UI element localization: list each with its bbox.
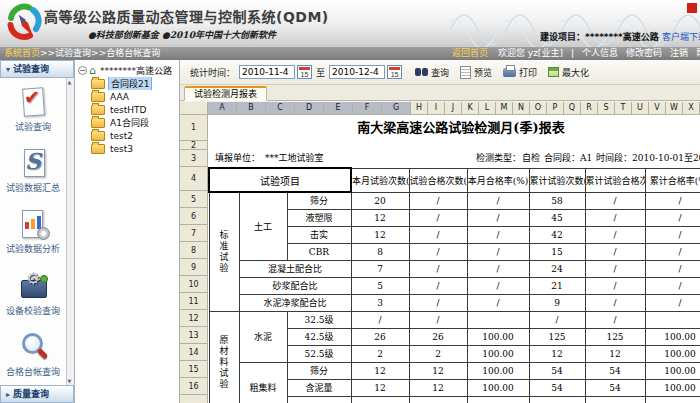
tab-monthly-report[interactable]: 试验检测月报表 (184, 86, 267, 101)
value-cell[interactable]: / (467, 243, 529, 260)
row-header[interactable]: 11 (180, 293, 208, 310)
value-cell[interactable]: 2 (409, 345, 467, 362)
column-header-P[interactable]: P (547, 102, 564, 115)
column-header-Q[interactable]: Q (564, 102, 581, 115)
stat-date-to-input[interactable] (329, 65, 385, 79)
accordion-quality-query[interactable]: ▸质量查询 (0, 385, 74, 403)
test-item-cell[interactable]: 筛分 (287, 362, 351, 379)
value-cell[interactable]: 5 (351, 277, 409, 294)
report-header-cell[interactable]: 本月试验次数(次) (351, 168, 409, 192)
value-cell[interactable]: 15 (529, 243, 585, 260)
value-cell[interactable]: 8 (351, 243, 409, 260)
user-menu-link[interactable]: 帮助 (696, 48, 700, 58)
value-cell[interactable]: / (645, 243, 700, 260)
column-header-T[interactable]: T (615, 102, 632, 115)
value-cell[interactable]: / (409, 243, 467, 260)
value-cell[interactable]: 9 (529, 294, 585, 311)
value-cell[interactable]: / (467, 226, 529, 243)
test-item-cell[interactable]: 筛分 (287, 192, 351, 209)
sidebar-item-2[interactable]: 试验数据汇总 (6, 146, 60, 194)
row-header[interactable]: 15 (180, 361, 208, 378)
value-cell[interactable]: 100.00 (467, 362, 529, 379)
column-header-D[interactable]: D (295, 102, 324, 115)
value-cell[interactable]: / (645, 277, 700, 294)
value-cell[interactable]: 12 (585, 345, 645, 362)
value-cell[interactable]: 12 (351, 226, 409, 243)
value-cell[interactable]: 20 (351, 192, 409, 209)
value-cell[interactable]: 21 (529, 277, 585, 294)
value-cell[interactable]: / (467, 192, 529, 209)
column-header-M[interactable]: M (496, 102, 513, 115)
value-cell[interactable]: / (409, 294, 467, 311)
column-header-L[interactable]: L (479, 102, 496, 115)
value-cell[interactable]: / (645, 226, 700, 243)
value-cell[interactable]: 100.00 (467, 345, 529, 362)
print-button[interactable]: 打印 (503, 66, 537, 79)
value-cell[interactable]: / (467, 294, 529, 311)
tree-node[interactable]: 合同段21 (75, 77, 179, 90)
tree-root-node[interactable]: − ⌂ ********高速公路 (75, 64, 179, 77)
value-cell[interactable]: / (409, 260, 467, 277)
value-cell[interactable]: 45 (529, 209, 585, 226)
value-cell[interactable]: 100.00 (467, 328, 529, 345)
column-header-X[interactable]: X (683, 102, 700, 115)
column-header-V[interactable]: V (649, 102, 666, 115)
value-cell[interactable]: 100.00 (645, 328, 700, 345)
column-header-B[interactable]: B (237, 102, 266, 115)
value-cell[interactable]: 12 (351, 209, 409, 226)
value-cell[interactable]: / (467, 277, 529, 294)
row-header[interactable]: 6 (180, 208, 208, 225)
value-cell[interactable]: 100.00 (645, 345, 700, 362)
value-cell[interactable] (351, 396, 409, 403)
value-cell[interactable]: 54 (585, 379, 645, 396)
value-cell[interactable]: 42 (529, 226, 585, 243)
sidebar-item-4[interactable]: 设备校验查询 (6, 269, 60, 317)
tree-node[interactable]: AAA (75, 90, 179, 103)
column-header-C[interactable]: C (266, 102, 295, 115)
value-cell[interactable] (645, 311, 700, 328)
value-cell[interactable]: / (585, 192, 645, 209)
value-cell[interactable]: / (585, 209, 645, 226)
calendar-icon[interactable]: 15 (387, 65, 402, 79)
value-cell[interactable]: / (409, 226, 467, 243)
breadcrumb-home-link[interactable]: 系统首页 (4, 48, 40, 58)
value-cell[interactable] (645, 396, 700, 403)
value-cell[interactable] (467, 311, 529, 328)
sidebar-item-5[interactable]: 合格台帐查询 (6, 330, 60, 378)
maximize-button[interactable]: 最大化 (548, 66, 589, 79)
value-cell[interactable]: / (585, 311, 645, 328)
test-item-cell[interactable]: 52.5级 (287, 345, 351, 362)
column-header-N[interactable]: N (513, 102, 530, 115)
column-header-F[interactable]: F (353, 102, 382, 115)
value-cell[interactable]: / (409, 209, 467, 226)
report-header-cell[interactable]: 累计合格率(%) (645, 168, 700, 192)
value-cell[interactable]: 12 (529, 345, 585, 362)
row-header[interactable]: 13 (180, 327, 208, 344)
value-cell[interactable]: 125 (529, 328, 585, 345)
value-cell[interactable]: / (585, 277, 645, 294)
tree-collapse-icon[interactable]: − (78, 66, 87, 75)
column-header-W[interactable]: W (666, 102, 683, 115)
value-cell[interactable]: 58 (529, 192, 585, 209)
value-cell[interactable]: / (645, 192, 700, 209)
report-header-cell[interactable]: 试验合格次数(次) (409, 168, 467, 192)
row-header[interactable]: 10 (180, 276, 208, 293)
column-header-R[interactable]: R (581, 102, 598, 115)
value-cell[interactable]: 12 (409, 362, 467, 379)
sidebar-item-1[interactable]: 试验查询 (15, 85, 51, 133)
column-header-O[interactable]: O (530, 102, 547, 115)
sheet-corner-cell[interactable] (180, 102, 208, 115)
project-selector[interactable]: 建设项目：********高速公路 (540, 30, 659, 43)
user-menu-link[interactable]: 注销 (670, 48, 688, 58)
column-header-U[interactable]: U (632, 102, 649, 115)
test-item-cell[interactable]: CBR (287, 243, 351, 260)
value-cell[interactable]: / (409, 277, 467, 294)
tree-node[interactable]: testHTD (75, 103, 179, 116)
row-header[interactable]: 5 (180, 191, 208, 208)
value-cell[interactable]: / (585, 226, 645, 243)
value-cell[interactable]: / (585, 243, 645, 260)
value-cell[interactable]: 125 (585, 328, 645, 345)
category-cell[interactable]: 原材料试验 (209, 311, 239, 403)
subcategory-cell[interactable]: 水泥 (239, 311, 287, 362)
value-cell[interactable]: 12 (409, 379, 467, 396)
